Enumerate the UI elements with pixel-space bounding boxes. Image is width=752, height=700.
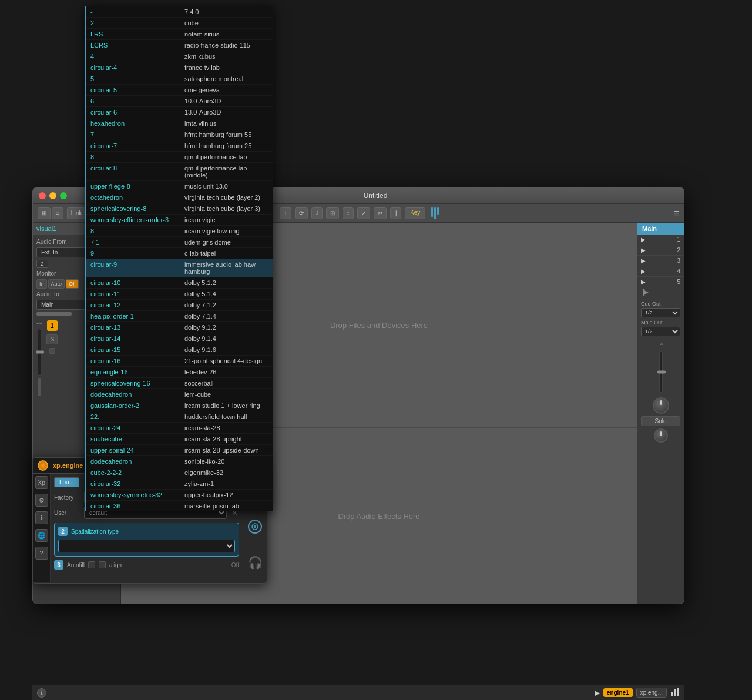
dropdown-item[interactable]: healpix-order-1dolby 7.1.4 [86, 311, 273, 322]
dropdown-item[interactable]: sphericalcovering-16soccerball [86, 378, 273, 389]
tab-loud[interactable]: Lou... [54, 477, 79, 487]
tool2-button[interactable]: ∥ [390, 207, 401, 219]
add-button[interactable]: + [280, 207, 291, 219]
track-number-badge[interactable]: 1 [47, 320, 58, 331]
dropdown-item[interactable]: circular-8qmul performance lab (middle) [86, 163, 273, 181]
master-knob[interactable] [653, 397, 669, 414]
speaker-layout-dropdown[interactable]: -7.4.02cubeLRSnotam siriusLCRSradio fran… [85, 6, 273, 511]
dropdown-item[interactable]: 9c-lab taipei [86, 248, 273, 259]
dropdown-item[interactable]: 610.0-Auro3D [86, 96, 273, 107]
dropdown-item-key: octahedron [90, 194, 184, 201]
dropdown-item[interactable]: womersley-symmetric-32upper-healpix-12 [86, 490, 273, 501]
align-checkbox[interactable] [99, 561, 106, 568]
dropdown-item[interactable]: circular-36marseille-prism-lab [86, 501, 273, 511]
dropdown-item-value: hfmt hamburg forum 55 [184, 131, 251, 138]
dropdown-item[interactable]: gaussian-order-2ircam studio 1 + lower r… [86, 400, 273, 411]
monitor-in-btn[interactable]: In [36, 279, 47, 289]
master-fader[interactable] [659, 351, 663, 393]
main-out-select[interactable]: 1/2 [641, 327, 680, 336]
mixer-track-play-btn[interactable]: ▶ [641, 236, 646, 243]
snap-button[interactable]: ↕ [343, 207, 354, 219]
audio-input-btn[interactable]: 2 [36, 260, 48, 268]
dropdown-item[interactable]: circular-1621-point spherical 4-design [86, 356, 273, 367]
monitor-off-btn[interactable]: Off [66, 279, 79, 289]
close-button[interactable] [39, 192, 46, 199]
dropdown-item[interactable]: 7hfmt hamburg forum 55 [86, 129, 273, 140]
xp-help-btn[interactable]: ? [35, 547, 48, 560]
view-toggle-btn[interactable]: ⊞ [38, 207, 51, 219]
dropdown-item[interactable]: dodecahedroniem-cube [86, 389, 273, 400]
bars-icon[interactable] [670, 687, 680, 698]
mixer-track-play-btn[interactable]: ▶ [641, 268, 646, 274]
dropdown-item[interactable]: circular-10dolby 5.1.2 [86, 277, 273, 289]
status-play-btn[interactable]: ▶ [595, 689, 600, 697]
minimize-button[interactable] [49, 192, 56, 199]
link-button[interactable]: Link [67, 207, 86, 219]
tool-button[interactable]: ✂ [374, 207, 387, 219]
dropdown-item[interactable]: circular-12dolby 7.1.2 [86, 300, 273, 311]
mixer-track-play-btn[interactable]: ▶ [641, 257, 646, 264]
mixer-track-play-btn[interactable]: ▶ [641, 247, 646, 253]
dropdown-item[interactable]: dodecahedronsonible-iko-20 [86, 456, 273, 467]
engine-badge[interactable]: engine1 [603, 688, 633, 697]
xp-badge[interactable]: xp.eng... [636, 688, 667, 698]
target-icon[interactable] [247, 518, 263, 538]
loop-button[interactable]: ⟳ [295, 207, 308, 219]
dropdown-item[interactable]: hexahedronlmta vilnius [86, 118, 273, 129]
dropdown-item[interactable]: circular-15dolby 9.1.6 [86, 344, 273, 356]
key-button[interactable]: Key [405, 207, 425, 219]
dropdown-item[interactable]: LCRSradio france studio 115 [86, 40, 273, 51]
dropdown-item[interactable]: circular-5cme geneva [86, 85, 273, 96]
dropdown-item[interactable]: cube-2-2-2eigenmike-32 [86, 467, 273, 478]
metronome-button[interactable]: ♩ [311, 207, 323, 219]
spatial-type-select[interactable]: - [58, 540, 235, 552]
dropdown-item[interactable]: circular-13dolby 9.1.2 [86, 322, 273, 333]
dropdown-item[interactable]: 7.1udem gris dome [86, 237, 273, 248]
zoom-button[interactable]: ⤢ [357, 207, 370, 219]
dropdown-item[interactable]: LRSnotam sirius [86, 29, 273, 40]
dropdown-item[interactable]: upper-spiral-24ircam-sla-28-upside-down [86, 445, 273, 456]
solo-button[interactable]: S [46, 334, 58, 344]
headphones-icon[interactable]: 🎧 [248, 555, 263, 570]
xp-info-btn[interactable]: ℹ [35, 511, 48, 524]
dropdown-item[interactable]: 5satosphere montreal [86, 73, 273, 85]
dropdown-item[interactable]: 2cube [86, 18, 273, 29]
dropdown-item-value: virginia tech cube (layer 2) [184, 194, 260, 201]
dropdown-item[interactable]: octahedronvirginia tech cube (layer 2) [86, 192, 273, 203]
monitor-auto-btn[interactable]: Auto [48, 279, 65, 289]
arm-button[interactable] [49, 348, 55, 354]
dropdown-item[interactable]: womersley-efficient-order-3ircam vigie [86, 215, 273, 226]
xp-globe-btn[interactable]: 🌐 [35, 529, 48, 542]
info-button[interactable]: ℹ [37, 688, 46, 698]
send-knob[interactable] [654, 428, 668, 443]
dropdown-item[interactable]: circular-24ircam-sla-28 [86, 423, 273, 434]
view-toggle-btn2[interactable]: ≡ [52, 207, 63, 219]
dropdown-item[interactable]: -7.4.0 [86, 6, 273, 18]
maximize-button[interactable] [60, 192, 67, 199]
dropdown-item[interactable]: circular-4france tv lab [86, 62, 273, 73]
mixer-track-play-btn[interactable]: ▶ [641, 279, 646, 285]
dropdown-item[interactable]: circular-613.0-Auro3D [86, 107, 273, 118]
cue-out-select[interactable]: 1/2 [641, 308, 680, 317]
dropdown-item[interactable]: circular-14dolby 9.1.4 [86, 333, 273, 344]
menu-button[interactable]: ≡ [674, 208, 679, 219]
solo-btn[interactable]: Solo [641, 416, 680, 426]
dropdown-item[interactable]: 8ircam vigie low ring [86, 226, 273, 237]
dropdown-item[interactable]: circular-9immersive audio lab haw hambur… [86, 259, 273, 277]
channel-fader[interactable] [38, 329, 41, 376]
dropdown-item[interactable]: 4zkm kubus [86, 51, 273, 62]
autofill-checkbox[interactable] [88, 561, 95, 568]
dropdown-item-value: radio france studio 115 [184, 42, 250, 49]
dropdown-item[interactable]: sphericalcovering-8virginia tech cube (l… [86, 203, 273, 215]
dropdown-item[interactable]: upper-fliege-8music unit 13.0 [86, 181, 273, 192]
dropdown-item[interactable]: 8qmul performance lab [86, 152, 273, 163]
dropdown-item[interactable]: circular-11dolby 5.1.4 [86, 289, 273, 300]
dropdown-item[interactable]: equiangle-16lebedev-26 [86, 367, 273, 378]
grid-button[interactable]: ⊞ [326, 207, 339, 219]
dropdown-item[interactable]: 22.huddersfield town hall [86, 411, 273, 423]
xp-gear-btn[interactable]: ⚙ [35, 494, 48, 507]
xp-home-btn[interactable]: Xp [35, 476, 48, 489]
dropdown-item[interactable]: snubecubeircam-sla-28-upright [86, 434, 273, 445]
dropdown-item[interactable]: circular-7hfmt hamburg forum 25 [86, 140, 273, 152]
dropdown-item[interactable]: circular-32zylia-zm-1 [86, 478, 273, 490]
